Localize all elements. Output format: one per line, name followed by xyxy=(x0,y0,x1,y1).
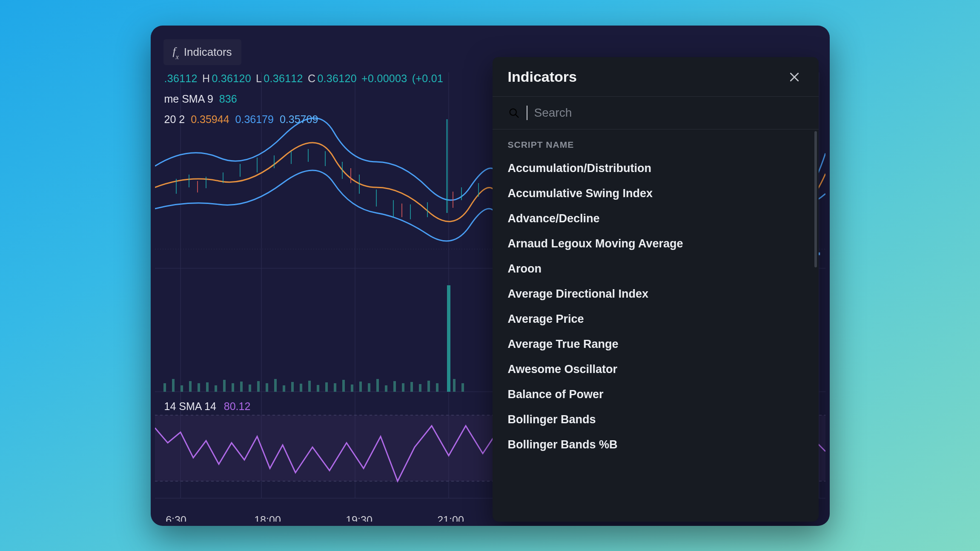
indicator-item[interactable]: Balance of Power xyxy=(493,382,819,407)
svg-rect-70 xyxy=(419,384,421,392)
indicator-list[interactable]: SCRIPT NAME Accumulation/DistributionAcc… xyxy=(493,129,819,522)
svg-rect-66 xyxy=(385,385,387,392)
svg-rect-42 xyxy=(181,385,183,392)
svg-rect-51 xyxy=(257,381,260,392)
svg-rect-74 xyxy=(453,379,456,392)
legend-sma: me SMA 9 836 xyxy=(164,93,237,105)
svg-rect-49 xyxy=(240,382,243,392)
indicator-item[interactable]: Average Directional Index xyxy=(493,281,819,307)
panel-title: Indicators xyxy=(508,69,577,85)
close-icon xyxy=(788,71,801,83)
svg-rect-47 xyxy=(223,380,226,392)
svg-rect-65 xyxy=(376,379,379,392)
svg-rect-44 xyxy=(198,383,200,392)
svg-rect-57 xyxy=(308,381,311,392)
svg-line-78 xyxy=(516,115,518,117)
svg-rect-75 xyxy=(461,383,464,392)
svg-rect-60 xyxy=(334,383,336,392)
indicators-button[interactable]: fx Indicators xyxy=(163,39,241,65)
svg-rect-64 xyxy=(368,383,370,392)
indicator-item[interactable]: Average True Range xyxy=(493,332,819,357)
svg-rect-58 xyxy=(317,385,319,392)
svg-rect-56 xyxy=(300,384,302,392)
search-input[interactable] xyxy=(534,104,803,121)
list-column-header: SCRIPT NAME xyxy=(493,129,819,156)
svg-rect-48 xyxy=(232,383,234,392)
svg-rect-73 xyxy=(447,285,450,392)
svg-rect-46 xyxy=(215,385,217,392)
indicator-item[interactable]: Accumulation/Distribution xyxy=(493,156,819,181)
close-button[interactable] xyxy=(785,68,803,86)
search-row xyxy=(493,97,819,129)
svg-rect-40 xyxy=(163,383,166,392)
legend-bb: 20 2 0.35944 0.36179 0.35709 xyxy=(164,113,318,126)
svg-rect-72 xyxy=(436,383,438,392)
svg-rect-2 xyxy=(818,252,820,255)
panel-header: Indicators xyxy=(493,57,819,97)
svg-rect-53 xyxy=(274,379,277,392)
svg-rect-43 xyxy=(189,381,192,392)
indicator-item[interactable]: Accumulative Swing Index xyxy=(493,181,819,206)
indicators-button-label: Indicators xyxy=(184,46,232,59)
svg-rect-50 xyxy=(249,385,251,392)
indicator-item[interactable]: Bollinger Bands xyxy=(493,407,819,432)
indicator-item[interactable]: Advance/Decline xyxy=(493,206,819,231)
svg-rect-59 xyxy=(325,382,328,392)
indicator-item[interactable]: Bollinger Bands %B xyxy=(493,432,819,457)
toolbar: fx Indicators xyxy=(163,39,241,65)
svg-rect-45 xyxy=(206,382,209,392)
text-caret xyxy=(527,106,527,120)
svg-rect-69 xyxy=(410,382,413,392)
svg-rect-71 xyxy=(427,381,430,392)
svg-rect-61 xyxy=(342,380,345,392)
svg-rect-41 xyxy=(172,379,175,392)
svg-rect-68 xyxy=(402,383,404,392)
scrollbar-thumb[interactable] xyxy=(814,131,817,267)
search-icon xyxy=(508,107,520,119)
svg-rect-63 xyxy=(359,382,362,392)
indicator-item[interactable]: Awesome Oscillator xyxy=(493,357,819,382)
svg-rect-55 xyxy=(291,382,294,392)
legend-rsi: 14 SMA 14 80.12 xyxy=(164,400,251,413)
svg-rect-54 xyxy=(283,385,285,392)
ohlc-readout: .36112 H0.36120 L0.36112 C0.36120 +0.000… xyxy=(164,72,445,85)
svg-rect-62 xyxy=(351,385,353,392)
indicator-item[interactable]: Aroon xyxy=(493,256,819,281)
indicators-panel: Indicators SCRIPT NAME Accumulation/Dist… xyxy=(493,57,819,522)
indicator-item[interactable]: Average Price xyxy=(493,307,819,332)
fx-icon: fx xyxy=(173,45,179,59)
svg-rect-67 xyxy=(393,381,396,392)
indicator-item[interactable]: Arnaud Legoux Moving Average xyxy=(493,231,819,256)
app-window: fx Indicators .36112 H0.36120 L0.36112 C… xyxy=(151,26,830,526)
svg-rect-52 xyxy=(266,383,268,392)
